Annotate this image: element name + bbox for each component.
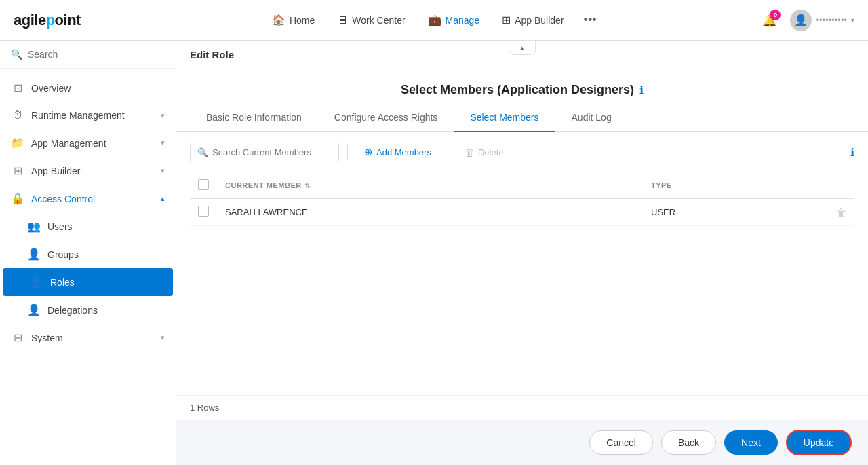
tab-members[interactable]: Select Members — [454, 104, 555, 132]
delegations-icon: 👤 — [27, 303, 41, 316]
cancel-button[interactable]: Cancel — [589, 430, 653, 455]
workcenter-icon: 🖥 — [337, 14, 348, 26]
sidebar-item-overview-label: Overview — [31, 83, 165, 94]
nav-manage[interactable]: 💼 Manage — [418, 8, 490, 32]
col-member: CURRENT MEMBER ⇅ — [217, 172, 643, 199]
overview-icon: ⊡ — [11, 81, 24, 94]
search-input[interactable] — [28, 49, 165, 60]
users-icon: 👥 — [27, 220, 41, 233]
logo-text: agilepoint — [14, 12, 81, 29]
appmanage-icon: 📁 — [11, 136, 24, 149]
footer-actions: Cancel Back Next Update — [176, 420, 868, 465]
nav-workcenter[interactable]: 🖥 Work Center — [328, 9, 414, 32]
table-row: SARAH LAWRENCE USER 🗑 — [190, 199, 854, 226]
access-icon: 🔒 — [11, 192, 24, 205]
appbuilder-icon: ⊞ — [502, 14, 511, 26]
tab-audit[interactable]: Audit Log — [555, 104, 628, 132]
add-icon: ⊕ — [364, 146, 373, 158]
chevron-down-icon: ▾ — [851, 16, 854, 24]
delete-button[interactable]: 🗑 Delete — [456, 143, 512, 162]
sidebar-item-access-label: Access Control — [31, 193, 154, 204]
add-members-label: Add Members — [376, 147, 431, 157]
notifications-button[interactable]: 🔔 0 — [757, 8, 782, 33]
table-header: CURRENT MEMBER ⇅ TYPE — [190, 172, 854, 199]
members-table-wrap: CURRENT MEMBER ⇅ TYPE — [176, 172, 868, 395]
col-type: TYPE — [643, 172, 854, 199]
nav-right: 🔔 0 👤 •••••••••• ▾ — [757, 8, 854, 33]
toolbar-divider-2 — [448, 144, 448, 160]
table-info-icon[interactable]: ℹ — [850, 146, 854, 159]
system-icon: ⊟ — [11, 331, 24, 344]
nav-home[interactable]: 🏠 Home — [262, 8, 324, 32]
groups-icon: 👤 — [27, 248, 41, 261]
content-area: ▴ Edit Role Select Members (Application … — [176, 41, 868, 465]
row-member-name: SARAH LAWRENCE — [225, 207, 308, 217]
sidebar-item-users-label: Users — [47, 221, 165, 232]
sidebar-item-users[interactable]: 👥 Users — [0, 212, 176, 240]
sidebar-item-appmanage-label: App Management — [31, 138, 154, 149]
sidebar-item-overview[interactable]: ⊡ Overview — [0, 74, 176, 102]
add-members-button[interactable]: ⊕ Add Members — [356, 142, 439, 162]
toolbar-divider-1 — [347, 144, 348, 160]
row-checkbox-cell — [190, 199, 217, 226]
chevron-down-icon: ▾ — [161, 333, 165, 342]
search-icon: 🔍 — [11, 49, 22, 60]
info-icon[interactable]: ℹ — [639, 83, 644, 96]
user-name: •••••••••• — [816, 15, 847, 25]
sidebar-item-runtime[interactable]: ⏱ Runtime Management ▾ — [0, 102, 176, 129]
chevron-up-icon: ▴ — [161, 194, 165, 203]
tabs-bar: Basic Role Information Configure Access … — [176, 104, 868, 132]
sidebar-item-delegations-label: Delegations — [47, 305, 165, 316]
nav-more-button[interactable]: ••• — [577, 7, 604, 33]
back-button[interactable]: Back — [661, 430, 716, 455]
sort-member-button[interactable]: CURRENT MEMBER ⇅ — [225, 181, 635, 189]
sidebar-item-system[interactable]: ⊟ System ▾ — [0, 324, 176, 352]
row-count-label: 1 Rows — [190, 403, 219, 413]
col-member-label: CURRENT MEMBER — [225, 181, 302, 189]
sidebar-item-appbuilder[interactable]: ⊞ App Builder ▾ — [0, 157, 176, 185]
collapse-sidebar-button[interactable]: ▴ — [509, 41, 536, 55]
chevron-down-icon: ▾ — [161, 138, 165, 147]
sidebar: 🔍 ⊡ Overview ⏱ Runtime Management ▾ 📁 Ap… — [0, 41, 176, 465]
tab-configure[interactable]: Configure Access Rights — [318, 104, 454, 132]
nav-home-label: Home — [290, 15, 315, 26]
sidebar-item-groups[interactable]: 👤 Groups — [0, 240, 176, 268]
trash-icon: 🗑 — [465, 147, 475, 158]
nav-appbuilder[interactable]: ⊞ App Builder — [492, 8, 573, 32]
row-count: 1 Rows — [176, 395, 868, 420]
row-checkbox[interactable] — [198, 206, 209, 217]
tab-configure-label: Configure Access Rights — [334, 112, 438, 123]
sidebar-item-groups-label: Groups — [47, 249, 165, 260]
roles-icon: 👤 — [30, 276, 43, 289]
notification-badge: 0 — [770, 10, 781, 20]
members-table: CURRENT MEMBER ⇅ TYPE — [190, 172, 854, 226]
row-type-value: USER — [651, 207, 675, 217]
sidebar-item-delegations[interactable]: 👤 Delegations — [0, 296, 176, 324]
select-all-header — [190, 172, 217, 199]
next-button[interactable]: Next — [724, 430, 778, 455]
col-type-label: TYPE — [651, 181, 672, 189]
row-delete-button[interactable]: 🗑 — [837, 207, 846, 218]
tab-basic[interactable]: Basic Role Information — [190, 104, 318, 132]
search-members-container: 🔍 — [190, 143, 339, 162]
main-panel: Select Members (Application Designers) ℹ… — [176, 69, 868, 420]
sidebar-item-roles[interactable]: 👤 Roles — [3, 268, 173, 296]
page-title-row: Select Members (Application Designers) ℹ — [176, 69, 868, 104]
select-all-checkbox[interactable] — [198, 179, 209, 190]
sidebar-item-runtime-label: Runtime Management — [31, 110, 154, 121]
update-button[interactable]: Update — [786, 430, 852, 455]
row-type-cell: USER 🗑 — [643, 199, 854, 226]
sidebar-item-roles-label: Roles — [50, 277, 162, 288]
search-members-input[interactable] — [212, 147, 332, 157]
logo[interactable]: agilepoint — [14, 12, 81, 29]
home-icon: 🏠 — [272, 14, 285, 26]
user-avatar-area[interactable]: 👤 •••••••••• ▾ — [790, 10, 854, 31]
nav-appbuilder-label: App Builder — [515, 15, 564, 26]
nav-workcenter-label: Work Center — [352, 15, 405, 26]
user-icon: 👤 — [794, 14, 808, 26]
delete-label: Delete — [478, 147, 504, 157]
avatar: 👤 — [790, 10, 812, 31]
sidebar-item-appmanage[interactable]: 📁 App Management ▾ — [0, 129, 176, 157]
sidebar-item-access[interactable]: 🔒 Access Control ▴ — [0, 185, 176, 212]
nav-items: 🏠 Home 🖥 Work Center 💼 Manage ⊞ App Buil… — [108, 7, 758, 33]
